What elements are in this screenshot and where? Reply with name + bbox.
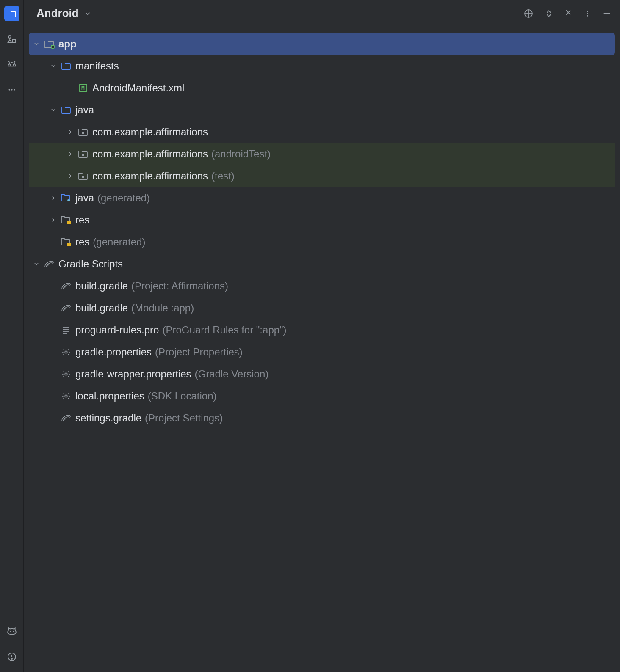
- svg-point-44: [65, 351, 67, 353]
- svg-line-4: [8, 61, 9, 62]
- tree-node-build-gradle-project[interactable]: build.gradle (Project: Affirmations): [29, 275, 615, 297]
- svg-point-47: [64, 419, 65, 419]
- tree-node-settings-gradle[interactable]: settings.gradle (Project Settings): [29, 407, 615, 429]
- project-panel-header: Android: [24, 0, 620, 27]
- manifest-file-icon: M: [77, 82, 89, 94]
- resource-folder-icon: [60, 236, 72, 248]
- tree-node-java-generated[interactable]: java (generated): [29, 187, 615, 209]
- tree-node-android-manifest[interactable]: M AndroidManifest.xml: [29, 77, 615, 99]
- tree-node-proguard[interactable]: proguard-rules.pro (ProGuard Rules for "…: [29, 319, 615, 341]
- tree-suffix: (ProGuard Rules for ":app"): [162, 324, 286, 336]
- svg-point-26: [82, 176, 84, 178]
- svg-point-25: [82, 154, 84, 156]
- svg-point-18: [587, 13, 588, 14]
- chevron-down-icon: [32, 260, 41, 268]
- tree-node-wrapper-properties[interactable]: gradle-wrapper.properties (Gradle Versio…: [29, 363, 615, 385]
- tree-node-res-generated[interactable]: res (generated): [29, 231, 615, 253]
- tree-label: settings.gradle: [75, 412, 141, 424]
- resource-folder-icon: [60, 214, 72, 226]
- chevron-down-icon: [32, 40, 41, 48]
- chevron-right-icon: [66, 172, 75, 180]
- svg-line-5: [14, 61, 15, 62]
- project-tree: app manifests M Androi: [24, 27, 620, 672]
- project-view-dropdown-icon[interactable]: [84, 10, 91, 17]
- svg-point-24: [82, 132, 84, 134]
- collapse-all-button[interactable]: [564, 9, 573, 18]
- svg-point-7: [11, 89, 12, 90]
- tree-suffix: (Project: Affirmations): [131, 280, 228, 292]
- problems-tool-button[interactable]: [4, 649, 19, 664]
- tree-label: Gradle Scripts: [58, 258, 123, 270]
- tree-label: app: [58, 38, 77, 50]
- project-view-title[interactable]: Android: [36, 7, 79, 20]
- tree-node-local-properties[interactable]: local.properties (SDK Location): [29, 385, 615, 407]
- tree-suffix: (generated): [97, 192, 150, 204]
- gradle-icon: [60, 302, 72, 314]
- module-folder-icon: [43, 38, 55, 50]
- tree-node-res[interactable]: res: [29, 209, 615, 231]
- tree-label: com.example.affirmations: [92, 126, 208, 138]
- tree-node-app[interactable]: app: [29, 33, 615, 55]
- chevron-down-icon: [49, 106, 58, 114]
- tree-label: gradle.properties: [75, 346, 152, 358]
- tree-label: res: [75, 236, 89, 248]
- tree-suffix: (Project Properties): [155, 346, 243, 358]
- tree-node-gradle-scripts[interactable]: Gradle Scripts: [29, 253, 615, 275]
- svg-point-2: [10, 64, 11, 65]
- svg-point-3: [13, 64, 14, 65]
- package-icon: [77, 170, 89, 182]
- gradle-icon: [60, 280, 72, 292]
- tree-node-gradle-properties[interactable]: gradle.properties (Project Properties): [29, 341, 615, 363]
- package-icon: [77, 148, 89, 160]
- tree-node-package-test[interactable]: com.example.affirmations (test): [29, 165, 615, 187]
- minimize-panel-button[interactable]: [602, 9, 612, 18]
- tool-window-sidebar: [0, 0, 24, 672]
- tree-suffix: (androidTest): [211, 148, 271, 160]
- project-tool-button[interactable]: [4, 6, 19, 21]
- tree-label: java: [75, 192, 94, 204]
- chevron-right-icon: [66, 150, 75, 158]
- select-opened-file-button[interactable]: [523, 8, 534, 19]
- folder-icon: [60, 104, 72, 116]
- tree-suffix: (Gradle Version): [194, 368, 268, 380]
- svg-point-17: [587, 11, 588, 12]
- project-panel: Android: [24, 0, 620, 672]
- expand-collapse-button[interactable]: [545, 9, 553, 18]
- more-tool-button[interactable]: [4, 82, 19, 97]
- tree-suffix: (test): [211, 170, 235, 182]
- svg-point-37: [47, 264, 48, 265]
- svg-point-6: [8, 89, 10, 90]
- svg-point-19: [587, 15, 588, 16]
- svg-point-13: [11, 658, 12, 659]
- tree-suffix: (Project Settings): [145, 412, 223, 424]
- svg-point-0: [8, 36, 11, 38]
- tree-suffix: (generated): [93, 236, 145, 248]
- tree-label: build.gradle: [75, 302, 128, 314]
- gradle-icon: [60, 412, 72, 424]
- svg-rect-1: [12, 39, 15, 42]
- tree-label: java: [75, 104, 94, 116]
- settings-menu-button[interactable]: [584, 10, 591, 17]
- svg-point-39: [64, 308, 65, 309]
- tree-node-java[interactable]: java: [29, 99, 615, 121]
- tree-label: AndroidManifest.xml: [92, 82, 184, 94]
- chevron-right-icon: [49, 194, 58, 202]
- tree-node-package-androidtest[interactable]: com.example.affirmations (androidTest): [29, 143, 615, 165]
- svg-point-45: [65, 373, 67, 375]
- tree-node-build-gradle-module[interactable]: build.gradle (Module :app): [29, 297, 615, 319]
- generated-folder-icon: [60, 192, 72, 204]
- tree-label: build.gradle: [75, 280, 128, 292]
- gear-icon: [60, 390, 72, 402]
- cat-tool-button[interactable]: [4, 624, 19, 639]
- svg-point-38: [64, 286, 65, 287]
- tree-suffix: (Module :app): [131, 302, 194, 314]
- svg-text:M: M: [81, 85, 85, 91]
- structure-tool-button[interactable]: [4, 31, 19, 47]
- chevron-right-icon: [66, 128, 75, 136]
- tree-node-package-main[interactable]: com.example.affirmations: [29, 121, 615, 143]
- tree-node-manifests[interactable]: manifests: [29, 55, 615, 77]
- tree-label: com.example.affirmations: [92, 170, 208, 182]
- chevron-right-icon: [49, 216, 58, 224]
- chevron-down-icon: [49, 62, 58, 70]
- android-tool-button[interactable]: [4, 57, 19, 72]
